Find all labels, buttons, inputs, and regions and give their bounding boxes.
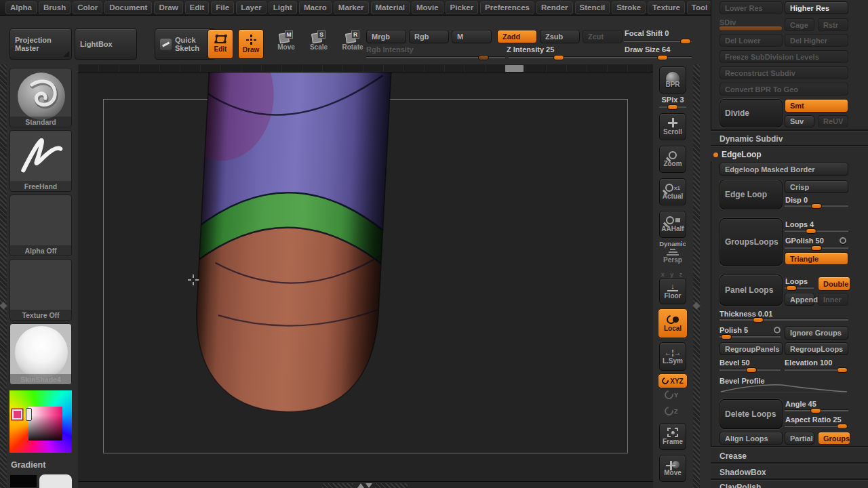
menu-render[interactable]: Render [536,1,573,14]
lightbox-button[interactable]: LightBox [75,28,137,60]
aspect-ratio-handle[interactable] [837,424,848,429]
edge-loop-button[interactable]: Edge Loop [719,180,783,209]
suv-button[interactable]: Suv [785,115,814,127]
shadowbox-section-header[interactable]: ShadowBox [711,464,868,480]
polish-handle[interactable] [721,334,732,340]
projection-master-button[interactable]: Projection Master [9,28,72,60]
scroll-button[interactable]: Scroll [659,113,686,140]
elevation-handle[interactable] [837,367,848,373]
angle-slider[interactable] [785,410,848,411]
del-higher-button[interactable]: Del Higher [785,34,848,47]
edgeloop-masked-border-button[interactable]: Edgeloop Masked Border [719,163,848,176]
move-canvas-button[interactable]: Move [659,455,686,482]
reuv-button[interactable]: ReUV [818,115,848,127]
zoom-button[interactable]: Zoom [659,146,686,173]
del-lower-button[interactable]: Del Lower [719,34,783,47]
rgb-intensity-slider[interactable] [366,57,505,58]
aahalf-button[interactable]: AAHalf [659,211,686,238]
draw-size-slider[interactable] [624,57,692,58]
dynamic-subdiv-section-header[interactable]: Dynamic Subdiv [711,131,868,146]
bevel-handle[interactable] [746,367,757,373]
focal-shift-handle[interactable] [680,39,691,44]
bpr-button[interactable]: BPR [659,66,686,94]
loops-handle[interactable] [786,285,797,291]
gpolish-toggle-icon[interactable] [840,237,846,244]
rgb-button[interactable]: Rgb [409,30,449,43]
smt-button[interactable]: Smt [785,99,848,113]
menu-movie[interactable]: Movie [412,1,443,14]
polish-slider[interactable] [719,336,781,338]
mrgb-button[interactable]: Mrgb [366,30,406,43]
current-stroke-tile[interactable]: FreeHand [9,130,72,192]
tray-collapse-arrow-icon[interactable] [0,302,7,309]
groupsloops-button[interactable]: GroupsLoops [719,218,783,266]
main-color-swatch[interactable] [9,474,37,488]
menu-document[interactable]: Document [104,1,152,14]
ignore-groups-button[interactable]: Ignore Groups [785,326,848,340]
z-intensity-slider[interactable] [509,57,624,58]
m-button[interactable]: M [452,30,492,43]
regroup-loops-button[interactable]: RegroupLoops [785,342,848,355]
thickness-slider[interactable] [719,319,848,321]
rotate-xyz-button[interactable]: XYZ [658,373,688,388]
aspect-ratio-slider[interactable] [785,426,848,427]
menu-color[interactable]: Color [73,1,102,14]
menu-draw[interactable]: Draw [154,1,182,14]
move-gyro-button[interactable]: M Move [273,30,300,51]
menu-stroke[interactable]: Stroke [612,1,646,14]
splitter-up-arrow-icon[interactable] [357,483,364,488]
draw-button[interactable]: Draw [238,29,264,59]
partial-button[interactable]: Partial [785,432,814,445]
elevation-slider[interactable] [785,369,848,371]
disp-handle[interactable] [811,203,822,209]
zcut-button[interactable]: Zcut [583,30,623,43]
edit-button[interactable]: Edit [208,29,233,59]
delete-loops-button[interactable]: Delete Loops [719,399,783,429]
actual-button[interactable]: x1 Actual [659,178,686,205]
ruler-scroll-thumb[interactable] [505,65,524,72]
focal-shift-slider[interactable] [624,41,692,42]
groups-button[interactable]: Groups [818,432,850,445]
loops4-slider[interactable] [785,230,848,232]
freeze-subdivision-button[interactable]: Freeze SubDivision Levels [719,50,848,63]
bevel-slider[interactable] [719,369,781,371]
menu-material[interactable]: Material [371,1,410,14]
gpolish-handle[interactable] [811,245,822,251]
left-tray-divider[interactable] [0,64,7,488]
spix-slider[interactable] [659,106,686,108]
splitter-grip-left[interactable] [322,483,353,488]
inner-button[interactable]: Inner [818,293,848,306]
gpolish-slider[interactable] [785,247,848,249]
bevel-profile-curve[interactable] [719,384,848,393]
higher-res-button[interactable]: Higher Res [785,1,848,14]
current-alpha-tile[interactable]: Alpha Off [9,195,72,256]
menu-light[interactable]: Light [269,1,297,14]
quick-sketch-button[interactable]: Quick Sketch [155,28,216,60]
cage-button[interactable]: Cage [785,18,814,31]
dynamic-persp-button[interactable]: Dynamic Persp [658,240,688,264]
zsub-button[interactable]: Zsub [540,30,580,43]
rotate-gyro-button[interactable]: R Rotate [338,30,368,51]
triangle-button[interactable]: Triangle [785,252,848,265]
panel-loops-button[interactable]: Panel Loops [719,274,783,306]
loops-slider[interactable] [785,287,814,289]
divide-button[interactable]: Divide [719,99,783,127]
saturation-square[interactable] [28,407,62,441]
current-texture-tile[interactable]: Texture Off [9,259,72,321]
selected-color-swatch[interactable] [12,409,22,420]
z-intensity-handle[interactable] [553,55,564,60]
color-picker[interactable] [9,390,72,453]
thickness-handle[interactable] [753,317,764,323]
angle-handle[interactable] [810,408,821,413]
reconstruct-subdiv-button[interactable]: Reconstruct Subdiv [719,66,848,79]
secondary-color-swatch[interactable] [39,474,72,488]
menu-texture[interactable]: Texture [648,1,685,14]
claypolish-section-header[interactable]: ClayPolish [711,480,868,488]
current-material-tile[interactable]: SkinShade4 [9,323,72,385]
double-button[interactable]: Double [818,277,850,291]
scale-gyro-button[interactable]: S Scale [305,30,332,51]
polish-toggle-icon[interactable] [774,327,781,333]
rgb-intensity-handle[interactable] [478,55,489,60]
zadd-button[interactable]: Zadd [497,30,537,43]
rotate-z-button[interactable]: Z [665,407,678,415]
